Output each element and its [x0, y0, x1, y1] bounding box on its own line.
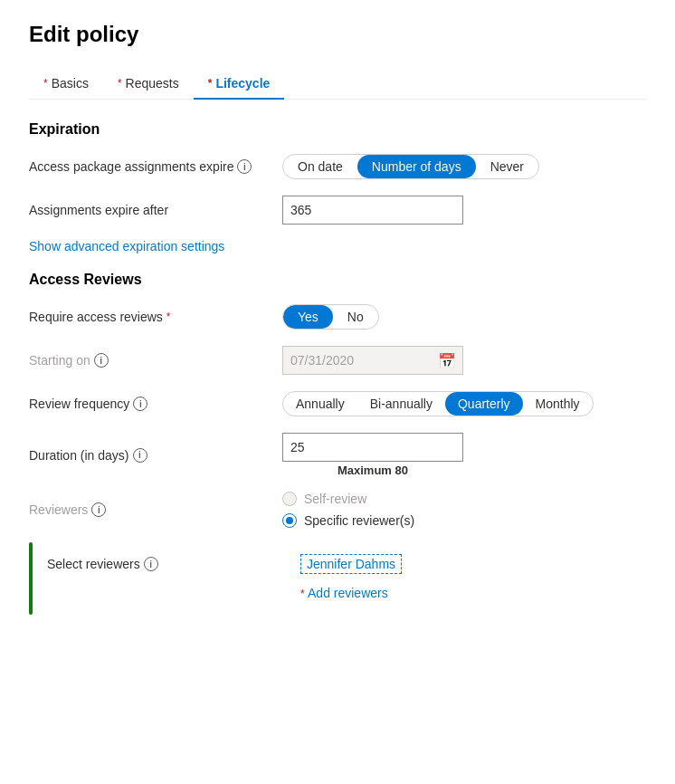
freq-bi-annually-btn[interactable]: Bi-annually: [357, 392, 445, 416]
starting-on-info-icon[interactable]: i: [94, 353, 109, 368]
select-reviewers-control: Jennifer Dahms: [300, 554, 646, 574]
duration-control: Maximum 80: [282, 433, 646, 477]
date-input-wrap: 📅: [282, 346, 463, 375]
require-access-reviews-label: Require access reviews *: [29, 310, 282, 324]
reviewers-label: Reviewers i: [29, 502, 282, 517]
tabs-bar: * Basics * Requests * Lifecycle: [29, 69, 646, 100]
reviewer-radio-group: Self-review Specific reviewer(s): [282, 492, 646, 528]
expire-never-btn[interactable]: Never: [476, 155, 538, 178]
expiration-section-title: Expiration: [29, 121, 646, 138]
assignments-expire-row: Access package assignments expire i On d…: [29, 152, 646, 181]
green-bar: [29, 542, 33, 615]
reviewers-info-icon[interactable]: i: [91, 502, 106, 517]
select-reviewers-label: Select reviewers i: [47, 557, 300, 571]
tab-requests-star: *: [118, 77, 122, 90]
select-reviewers-section: Select reviewers i Jennifer Dahms * Add …: [29, 542, 646, 615]
duration-label: Duration (in days) i: [29, 448, 282, 463]
tab-lifecycle[interactable]: * Lifecycle: [194, 69, 285, 100]
freq-annually-btn[interactable]: Annually: [283, 392, 357, 416]
add-reviewers-link[interactable]: Add reviewers: [308, 586, 388, 600]
starting-on-input[interactable]: [282, 346, 463, 375]
specific-reviewer-radio-label: Specific reviewer(s): [304, 513, 414, 528]
add-reviewers-row: * Add reviewers: [300, 586, 646, 600]
freq-monthly-btn[interactable]: Monthly: [523, 392, 593, 416]
expire-options-group: On date Number of days Never: [282, 154, 646, 179]
require-access-toggle-group: Yes No: [282, 304, 646, 330]
review-frequency-control: Annually Bi-annually Quarterly Monthly: [282, 391, 646, 416]
require-access-star: *: [166, 311, 171, 323]
reviewer-name[interactable]: Jennifer Dahms: [300, 554, 402, 574]
specific-reviewer-radio-inner: [286, 517, 293, 524]
add-reviewers-star: *: [300, 588, 308, 600]
self-review-radio-label: Self-review: [304, 492, 366, 506]
calendar-icon: 📅: [438, 352, 456, 369]
assignments-expire-info-icon[interactable]: i: [237, 159, 252, 174]
tab-basics-star: *: [43, 77, 48, 90]
tab-lifecycle-label: Lifecycle: [215, 76, 270, 91]
starting-on-row: Starting on i 📅: [29, 346, 646, 375]
tab-basics-label: Basics: [52, 76, 89, 91]
review-frequency-info-icon[interactable]: i: [133, 397, 147, 411]
reviewers-control: Self-review Specific reviewer(s): [282, 492, 646, 528]
assignments-expire-after-label: Assignments expire after: [29, 203, 282, 217]
reviewers-row: Reviewers i Self-review Specific reviewe…: [29, 492, 646, 528]
frequency-toggle-group: Annually Bi-annually Quarterly Monthly: [282, 391, 594, 416]
review-frequency-row: Review frequency i Annually Bi-annually …: [29, 389, 646, 418]
starting-on-label: Starting on i: [29, 353, 282, 368]
assignments-expire-after-row: Assignments expire after: [29, 196, 646, 225]
review-frequency-label: Review frequency i: [29, 397, 282, 411]
yes-no-toggle: Yes No: [282, 304, 379, 330]
expire-toggle-group: On date Number of days Never: [282, 154, 539, 179]
freq-quarterly-btn[interactable]: Quarterly: [445, 392, 523, 416]
duration-input[interactable]: [282, 433, 463, 462]
self-review-radio-outer: [282, 492, 297, 506]
expire-number-of-days-btn[interactable]: Number of days: [357, 155, 476, 178]
page-title: Edit policy: [29, 22, 646, 47]
assignments-expire-after-control: [282, 196, 646, 225]
select-reviewers-info-icon[interactable]: i: [144, 557, 158, 571]
specific-reviewer-radio-outer: [282, 513, 297, 528]
tab-basics[interactable]: * Basics: [29, 69, 103, 100]
tab-requests[interactable]: * Requests: [103, 69, 194, 100]
assignments-expire-label: Access package assignments expire i: [29, 159, 282, 174]
specific-reviewer-radio[interactable]: Specific reviewer(s): [282, 513, 646, 528]
assignments-expire-after-input[interactable]: [282, 196, 463, 225]
tab-lifecycle-star: *: [208, 77, 213, 90]
expire-on-date-btn[interactable]: On date: [283, 155, 357, 178]
reviewer-content: Select reviewers i Jennifer Dahms * Add …: [47, 542, 646, 615]
show-advanced-link[interactable]: Show advanced expiration settings: [29, 239, 224, 253]
access-reviews-section-title: Access Reviews: [29, 272, 646, 288]
self-review-radio[interactable]: Self-review: [282, 492, 646, 506]
starting-on-control: 📅: [282, 346, 646, 375]
require-no-btn[interactable]: No: [333, 305, 378, 329]
duration-max-note: Maximum 80: [282, 464, 463, 477]
duration-info-icon[interactable]: i: [133, 448, 147, 463]
tab-requests-label: Requests: [126, 76, 179, 91]
require-yes-btn[interactable]: Yes: [283, 305, 333, 329]
duration-row: Duration (in days) i Maximum 80: [29, 433, 646, 477]
select-reviewers-row: Select reviewers i Jennifer Dahms: [47, 550, 646, 578]
require-access-reviews-row: Require access reviews * Yes No: [29, 302, 646, 331]
